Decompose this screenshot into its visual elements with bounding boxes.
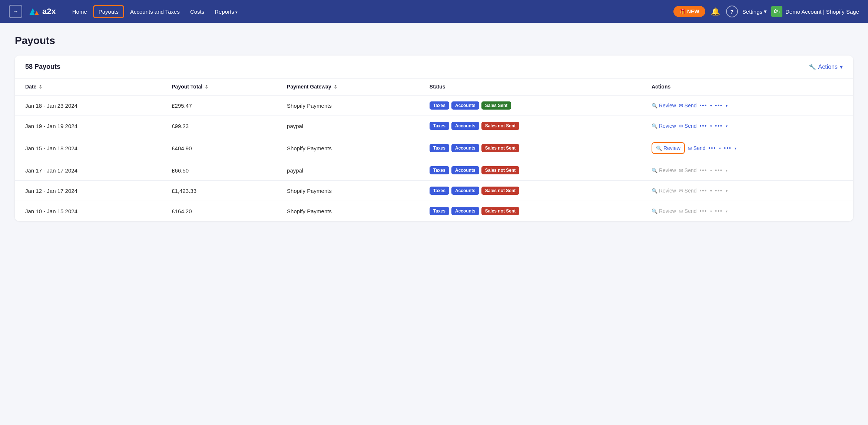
cell-status: TaxesAccountsSales not Sent bbox=[419, 116, 641, 136]
review-search-icon: 🔍 bbox=[652, 168, 657, 173]
cell-payout-total: £1,423.33 bbox=[161, 181, 276, 201]
col-actions: Actions bbox=[641, 78, 853, 95]
nav-links: Home Payouts Accounts and Taxes Costs Re… bbox=[68, 5, 674, 18]
send-label: Send bbox=[685, 188, 697, 194]
review-button: 🔍Review bbox=[652, 188, 676, 194]
cell-date: Jan 15 - Jan 18 2024 bbox=[15, 136, 161, 160]
payout-total-sort-icon: ⇕ bbox=[205, 84, 208, 90]
new-button[interactable]: 🎁 NEW bbox=[673, 6, 705, 17]
send-mail-icon: ✉ bbox=[679, 123, 683, 129]
cell-date: Jan 19 - Jan 19 2024 bbox=[15, 116, 161, 136]
cell-status: TaxesAccountsSales not Sent bbox=[419, 181, 641, 201]
review-button[interactable]: 🔍Review bbox=[652, 123, 676, 129]
table-row: Jan 17 - Jan 17 2024£66.50paypalTaxesAcc… bbox=[15, 160, 853, 181]
more-options-chevron-2[interactable]: ▾ bbox=[726, 124, 728, 128]
send-label: Send bbox=[693, 145, 706, 151]
more-options-dots-2[interactable]: ••• bbox=[715, 103, 723, 108]
wrench-icon: 🔧 bbox=[809, 63, 816, 70]
cell-actions: 🔍Review✉Send•••▾•••▾ bbox=[641, 95, 853, 116]
navbar: → a2x Home Payouts Accounts and Taxes Co… bbox=[0, 0, 868, 23]
review-label: Review bbox=[659, 167, 676, 173]
payouts-card: 58 Payouts 🔧 Actions ▾ Date ⇕ Payout bbox=[15, 56, 853, 221]
col-status: Status bbox=[419, 78, 641, 95]
col-date[interactable]: Date ⇕ bbox=[15, 78, 161, 95]
status-badge: Accounts bbox=[451, 166, 479, 174]
cell-date: Jan 18 - Jan 23 2024 bbox=[15, 95, 161, 116]
settings-menu[interactable]: Settings ▾ bbox=[742, 8, 767, 15]
more-options-chevron-1: ▾ bbox=[710, 209, 712, 213]
logo-text: a2x bbox=[42, 7, 56, 16]
actions-dropdown-button[interactable]: 🔧 Actions ▾ bbox=[809, 63, 843, 70]
more-options-chevron-2: ▾ bbox=[726, 209, 728, 213]
more-options-dots-2[interactable]: ••• bbox=[715, 123, 723, 129]
shopify-icon: 🛍 bbox=[771, 6, 782, 17]
cell-payment-gateway: Shopify Payments bbox=[276, 181, 419, 201]
cell-payment-gateway: Shopify Payments bbox=[276, 95, 419, 116]
status-badge: Taxes bbox=[430, 144, 449, 152]
review-search-icon: 🔍 bbox=[652, 208, 657, 214]
send-label: Send bbox=[685, 123, 697, 129]
send-button[interactable]: ✉Send bbox=[679, 103, 697, 108]
page-content: Payouts 58 Payouts 🔧 Actions ▾ Date ⇕ bbox=[0, 23, 868, 233]
table-row: Jan 12 - Jan 17 2024£1,423.33Shopify Pay… bbox=[15, 181, 853, 201]
send-button[interactable]: ✉Send bbox=[679, 123, 697, 129]
more-options-chevron-2[interactable]: ▾ bbox=[726, 104, 728, 108]
more-options-chevron-2: ▾ bbox=[726, 189, 728, 193]
account-menu[interactable]: 🛍 Demo Account | Shopify Sage bbox=[771, 6, 859, 17]
more-options-dots-2[interactable]: ••• bbox=[724, 145, 732, 151]
status-badge: Sales not Sent bbox=[481, 166, 520, 174]
settings-chevron-icon: ▾ bbox=[764, 8, 767, 15]
cell-date: Jan 10 - Jan 15 2024 bbox=[15, 201, 161, 221]
review-label: Review bbox=[659, 123, 676, 129]
more-options-chevron-1[interactable]: ▾ bbox=[710, 104, 712, 108]
status-badge: Taxes bbox=[430, 166, 449, 174]
send-label: Send bbox=[685, 208, 697, 214]
page-title: Payouts bbox=[15, 35, 853, 47]
send-button: ✉Send bbox=[679, 208, 697, 214]
send-label: Send bbox=[685, 167, 697, 173]
send-mail-icon: ✉ bbox=[679, 103, 683, 108]
review-search-icon: 🔍 bbox=[656, 145, 662, 151]
payout-count: 58 Payouts bbox=[25, 63, 60, 71]
col-payout-total[interactable]: Payout Total ⇕ bbox=[161, 78, 276, 95]
nav-costs[interactable]: Costs bbox=[186, 6, 209, 18]
review-button: 🔍Review bbox=[652, 208, 676, 214]
more-options-dots-1[interactable]: ••• bbox=[709, 145, 716, 151]
cell-date: Jan 17 - Jan 17 2024 bbox=[15, 160, 161, 181]
more-options-dots-1[interactable]: ••• bbox=[700, 123, 708, 129]
nav-payouts[interactable]: Payouts bbox=[93, 5, 124, 18]
nav-accounts-taxes[interactable]: Accounts and Taxes bbox=[126, 6, 184, 18]
more-options-dots-1: ••• bbox=[700, 167, 708, 173]
more-options-dots-1[interactable]: ••• bbox=[700, 103, 708, 108]
table-row: Jan 15 - Jan 18 2024£404.90Shopify Payme… bbox=[15, 136, 853, 160]
date-sort-icon: ⇕ bbox=[39, 84, 42, 90]
more-options-dots-1: ••• bbox=[700, 208, 708, 214]
collapse-button[interactable]: → bbox=[9, 5, 22, 18]
cell-actions: 🔍Review✉Send•••▾•••▾ bbox=[641, 116, 853, 136]
more-options-dots-2: ••• bbox=[715, 188, 723, 194]
more-options-chevron-1[interactable]: ▾ bbox=[710, 124, 712, 128]
cell-status: TaxesAccountsSales not Sent bbox=[419, 201, 641, 221]
logo[interactable]: a2x bbox=[28, 6, 56, 17]
status-badge: Accounts bbox=[451, 144, 479, 152]
cell-payout-total: £99.23 bbox=[161, 116, 276, 136]
notifications-icon[interactable]: 🔔 bbox=[710, 6, 722, 17]
cell-payout-total: £164.20 bbox=[161, 201, 276, 221]
logo-icon bbox=[28, 6, 40, 17]
col-payment-gateway[interactable]: Payment Gateway ⇕ bbox=[276, 78, 419, 95]
send-button[interactable]: ✉Send bbox=[688, 145, 706, 151]
svg-marker-0 bbox=[30, 8, 35, 15]
more-options-chevron-1[interactable]: ▾ bbox=[719, 146, 721, 150]
help-icon[interactable]: ? bbox=[726, 6, 738, 17]
review-button[interactable]: 🔍Review bbox=[652, 142, 685, 154]
cell-payout-total: £295.47 bbox=[161, 95, 276, 116]
review-button[interactable]: 🔍Review bbox=[652, 103, 676, 108]
nav-reports[interactable]: Reports bbox=[210, 6, 242, 18]
status-badge: Taxes bbox=[430, 207, 449, 215]
more-options-chevron-2[interactable]: ▾ bbox=[735, 146, 736, 150]
nav-home[interactable]: Home bbox=[68, 6, 92, 18]
cell-date: Jan 12 - Jan 17 2024 bbox=[15, 181, 161, 201]
status-badge: Taxes bbox=[430, 187, 449, 195]
svg-marker-1 bbox=[35, 11, 39, 15]
nav-right: 🎁 NEW 🔔 ? Settings ▾ 🛍 Demo Account | Sh… bbox=[673, 6, 859, 17]
